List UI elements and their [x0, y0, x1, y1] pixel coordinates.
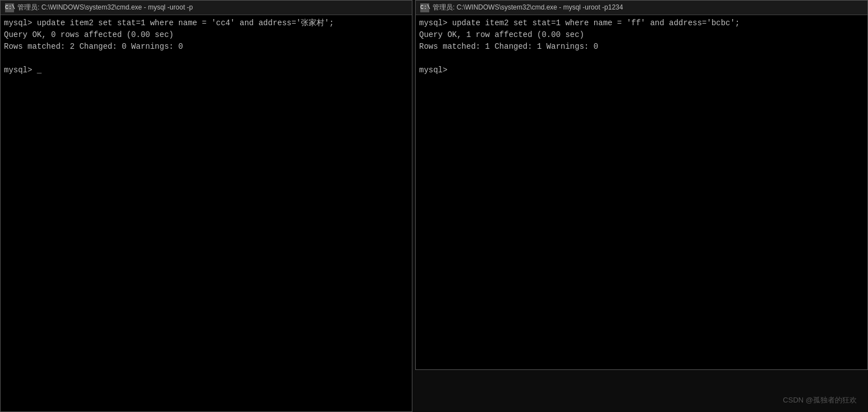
right-terminal-body[interactable]: mysql> update item2 set stat=1 where nam… [416, 15, 867, 78]
left-terminal-body[interactable]: mysql> update item2 set stat=1 where nam… [1, 15, 412, 78]
left-terminal-window[interactable]: C:\ 管理员: C:\WINDOWS\system32\cmd.exe - m… [0, 0, 412, 412]
right-titlebar: C:\ 管理员: C:\WINDOWS\system32\cmd.exe - m… [416, 1, 867, 15]
watermark-text: CSDN @孤独者的狂欢 [783, 395, 857, 405]
right-line-3: Rows matched: 1 Changed: 1 Warnings: 0 [419, 41, 864, 53]
left-line-3: Rows matched: 2 Changed: 0 Warnings: 0 [4, 41, 408, 53]
right-terminal-window[interactable]: C:\ 管理员: C:\WINDOWS\system32\cmd.exe - m… [415, 0, 868, 370]
right-terminal-icon: C:\ [420, 3, 429, 12]
left-terminal-icon: C:\ [5, 3, 14, 12]
left-titlebar: C:\ 管理员: C:\WINDOWS\system32\cmd.exe - m… [1, 1, 412, 15]
left-line-2: Query OK, 0 rows affected (0.00 sec) [4, 29, 408, 41]
left-title-text: 管理员: C:\WINDOWS\system32\cmd.exe - mysql… [17, 3, 193, 12]
left-line-1: mysql> update item2 set stat=1 where nam… [4, 17, 408, 29]
left-line-4 [4, 53, 408, 64]
left-line-5: mysql> _ [4, 64, 408, 76]
right-line-1: mysql> update item2 set stat=1 where nam… [419, 17, 864, 29]
right-line-4 [419, 53, 864, 64]
right-line-5: mysql> [419, 64, 864, 76]
right-title-text: 管理员: C:\WINDOWS\system32\cmd.exe - mysql… [433, 3, 623, 12]
right-line-2: Query OK, 1 row affected (0.00 sec) [419, 29, 864, 41]
